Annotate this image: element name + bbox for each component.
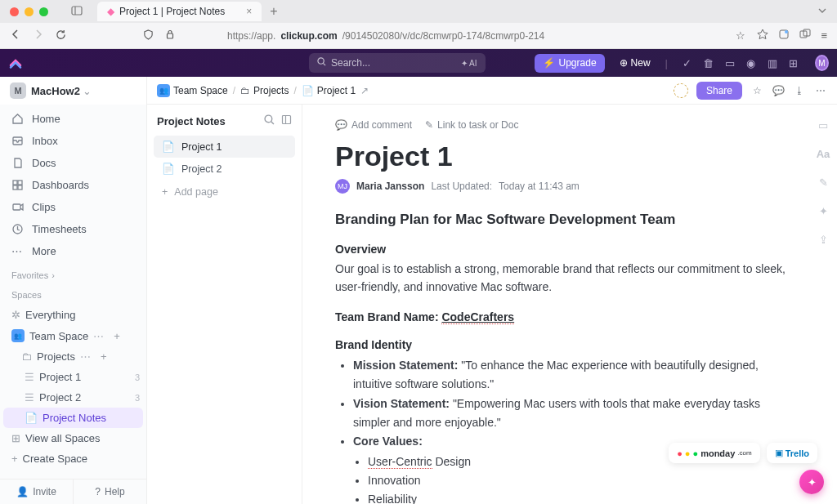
more-icon: ⋯: [11, 245, 24, 257]
sidebar-item-everything[interactable]: ✲Everything: [0, 305, 146, 325]
menu-icon[interactable]: ≡: [821, 29, 827, 42]
sidebar-item-view-all-spaces[interactable]: ⊞View all Spaces: [0, 428, 146, 448]
check-icon[interactable]: ✓: [681, 57, 694, 69]
upgrade-button[interactable]: ⚡ Upgrade: [535, 54, 605, 73]
sidebar-item-project-notes[interactable]: 📄Project Notes: [3, 408, 143, 428]
fab-ai-button[interactable]: ✦: [799, 470, 824, 494]
sidebar-item-project1[interactable]: ☰Project 13: [0, 367, 146, 387]
url-input[interactable]: https://app.clickup.com/9014502080/v/dc/…: [227, 30, 724, 42]
lock-icon[interactable]: [165, 29, 175, 42]
browser-tab-active[interactable]: ◆ Project 1 | Project Notes ×: [97, 2, 262, 21]
search-icon: [317, 57, 326, 69]
sidebar-item-inbox[interactable]: Inbox: [0, 130, 146, 152]
spaces-section-header: Spaces: [0, 285, 146, 305]
breadcrumb-page[interactable]: 📄Project 1: [302, 85, 356, 96]
open-external-icon[interactable]: ↗: [360, 85, 369, 96]
invite-button[interactable]: 👤Invite: [0, 479, 73, 504]
sidebar-item-docs[interactable]: Docs: [0, 152, 146, 174]
workspace-switcher[interactable]: M MacHow2 ⌄: [0, 77, 146, 105]
sidebar-item-dashboards[interactable]: Dashboards: [0, 174, 146, 196]
shield-icon[interactable]: [143, 29, 154, 42]
calendar-icon[interactable]: ▥: [766, 57, 779, 69]
reader-icon[interactable]: [757, 29, 768, 42]
help-button[interactable]: ?Help: [73, 479, 146, 504]
layout-icon[interactable]: ▭: [816, 119, 830, 132]
link-task-button[interactable]: ✎Link to task or Doc: [425, 119, 518, 131]
clickup-logo-icon[interactable]: [8, 56, 23, 70]
doc-title[interactable]: Project 1: [335, 140, 793, 172]
ai-assist-icon[interactable]: [674, 83, 688, 98]
breadcrumb-space[interactable]: 👥Team Space: [157, 84, 228, 97]
magic-wand-icon[interactable]: ✎: [816, 176, 830, 189]
plus-icon[interactable]: +: [114, 330, 120, 342]
clips-icon: [11, 201, 24, 213]
author-avatar[interactable]: MJ: [335, 179, 350, 194]
share-button[interactable]: Share: [696, 82, 742, 100]
star-icon[interactable]: ☆: [750, 85, 763, 96]
svg-rect-12: [13, 185, 17, 190]
maximize-window-icon[interactable]: [39, 7, 48, 16]
note-item-project1[interactable]: 📄Project 1: [154, 136, 295, 158]
add-page-button[interactable]: +Add page: [154, 180, 295, 204]
more-dots-icon[interactable]: ⋯: [80, 350, 91, 363]
new-tab-button[interactable]: +: [270, 4, 277, 19]
tabs-overflow-icon[interactable]: [817, 6, 827, 18]
doc-identity-list[interactable]: Mission Statement: "To enhance the Mac e…: [335, 356, 793, 504]
close-tab-icon[interactable]: ×: [246, 6, 252, 17]
comment-icon: 💬: [335, 119, 347, 131]
more-dots-icon[interactable]: ⋯: [93, 330, 104, 342]
doc-heading-overview[interactable]: Overview: [335, 243, 793, 256]
svg-rect-18: [283, 116, 291, 124]
sidebar-item-projects[interactable]: 🗀Projects⋯+: [0, 346, 146, 367]
notes-panel-title: Project Notes: [157, 115, 226, 127]
back-button[interactable]: [10, 29, 21, 42]
monday-badge[interactable]: ●●●monday.com: [669, 443, 760, 463]
account-icon[interactable]: [799, 29, 811, 42]
download-icon[interactable]: ⭳: [793, 85, 806, 96]
sidebar-item-timesheets[interactable]: Timesheets: [0, 218, 146, 240]
minimize-window-icon[interactable]: [25, 7, 34, 16]
sidebar-item-team-space[interactable]: 👥Team Space⋯+: [0, 325, 146, 346]
search-icon[interactable]: [264, 114, 275, 127]
close-window-icon[interactable]: [10, 7, 19, 16]
sidebar-toggle-icon[interactable]: [71, 5, 83, 19]
app-topbar: Search... ✦ AI ⚡ Upgrade ⊕ New | ✓ 🗑 ▭ ◉…: [0, 49, 837, 77]
doc-overview-text[interactable]: Our goal is to establish a strong, memor…: [335, 261, 793, 296]
sparkle-icon[interactable]: ✦: [816, 205, 830, 217]
favorites-section-header[interactable]: Favorites ›: [0, 265, 146, 285]
svg-point-16: [265, 115, 272, 123]
user-avatar[interactable]: M: [815, 55, 829, 71]
doc-heading-branding-plan[interactable]: Branding Plan for Mac Software Developme…: [335, 212, 793, 228]
apps-grid-icon[interactable]: ⊞: [787, 57, 800, 69]
notepad-icon[interactable]: ▭: [723, 57, 736, 69]
svg-point-4: [785, 30, 788, 33]
sidebar-item-create-space[interactable]: +Create Space: [0, 448, 146, 469]
ai-search-toggle[interactable]: ✦ AI: [461, 59, 477, 68]
global-search-input[interactable]: Search... ✦ AI: [309, 53, 486, 73]
doc-heading-brand-name[interactable]: Team Brand Name: CodeCrafters: [335, 310, 793, 323]
trello-badge[interactable]: ▣Trello: [767, 443, 817, 463]
panel-collapse-icon[interactable]: [281, 114, 292, 127]
sidebar-item-more[interactable]: ⋯More: [0, 240, 146, 262]
record-icon[interactable]: ◉: [745, 57, 758, 69]
breadcrumb-folder[interactable]: 🗀Projects: [240, 85, 289, 96]
sidebar-item-project2[interactable]: ☰Project 23: [0, 387, 146, 408]
new-button[interactable]: ⊕ New: [613, 57, 657, 69]
font-size-icon[interactable]: Aa: [816, 148, 830, 160]
reload-button[interactable]: [56, 29, 66, 42]
comment-icon[interactable]: 💬: [772, 85, 785, 96]
add-comment-button[interactable]: 💬Add comment: [335, 119, 412, 131]
trash-icon[interactable]: 🗑: [702, 57, 715, 69]
sidebar-item-home[interactable]: Home: [0, 108, 146, 130]
note-item-project2[interactable]: 📄Project 2: [154, 158, 295, 180]
more-menu-icon[interactable]: ⋯: [814, 85, 827, 96]
svg-rect-10: [13, 181, 17, 185]
doc-icon: 📄: [302, 85, 314, 96]
author-name[interactable]: Maria Jansson: [356, 181, 424, 192]
export-icon[interactable]: ⇪: [816, 234, 830, 246]
sidebar-item-clips[interactable]: Clips: [0, 196, 146, 218]
extensions-icon[interactable]: [778, 29, 790, 42]
bookmark-star-icon[interactable]: ☆: [736, 29, 745, 42]
doc-heading-brand-identity[interactable]: Brand Identity: [335, 338, 793, 351]
plus-icon[interactable]: +: [101, 350, 107, 363]
